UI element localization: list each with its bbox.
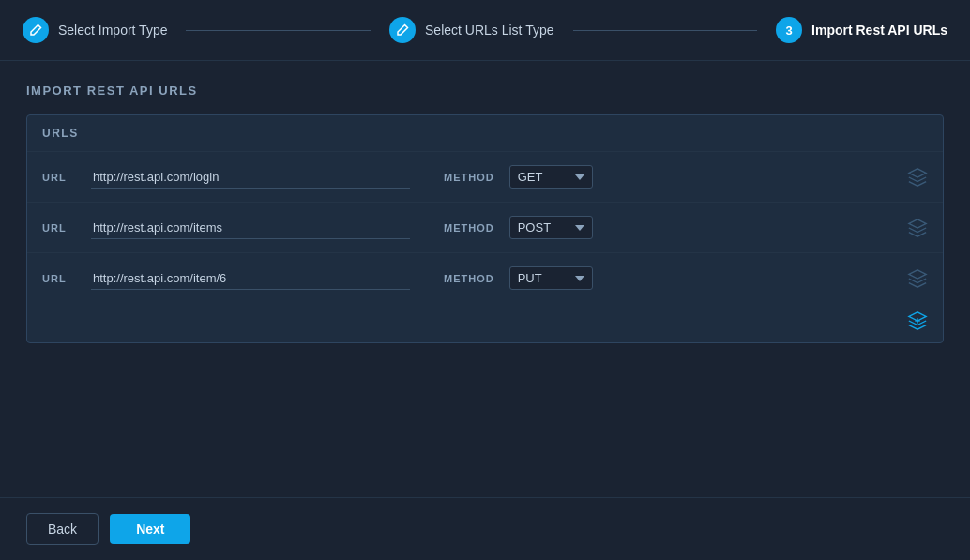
method-label-3: METHOD: [444, 273, 494, 284]
step-connector-1: [186, 30, 371, 31]
step-2: Select URLs List Type: [389, 17, 553, 43]
url-label-2: URL: [42, 222, 76, 234]
delete-row-icon-2[interactable]: [907, 218, 928, 238]
stepper: Select Import Type Select URLs List Type…: [0, 0, 970, 61]
delete-row-icon-1[interactable]: [907, 167, 928, 188]
method-select-3[interactable]: GET POST PUT DELETE PATCH: [509, 266, 593, 290]
url-row-1: URL METHOD GET POST PUT DELETE PATCH: [27, 151, 943, 202]
method-select-1[interactable]: GET POST PUT DELETE PATCH: [509, 165, 593, 189]
url-input-3[interactable]: [91, 267, 410, 290]
step-1: Select Import Type: [23, 17, 167, 43]
url-input-2[interactable]: [91, 217, 410, 239]
url-label-1: URL: [42, 172, 76, 183]
urls-panel-header: URLs: [27, 115, 943, 151]
next-button[interactable]: Next: [110, 514, 190, 544]
url-label-3: URL: [42, 273, 76, 284]
step-connector-2: [573, 30, 758, 31]
step-1-label: Select Import Type: [58, 23, 167, 38]
main-content: Import REST API URLs URLs URL METHOD GET…: [0, 61, 970, 366]
add-row-area: [27, 303, 943, 335]
step-1-icon: [23, 17, 49, 43]
add-url-icon[interactable]: [907, 310, 928, 331]
step-3: 3 Import Rest API URLs: [776, 17, 947, 43]
method-label-1: METHOD: [444, 172, 494, 183]
footer: Back Next: [0, 497, 970, 560]
page-title: Import REST API URLs: [26, 83, 944, 98]
step-3-icon: 3: [776, 17, 802, 43]
back-button[interactable]: Back: [26, 513, 99, 545]
urls-panel: URLs URL METHOD GET POST PUT DELETE PATC…: [26, 114, 944, 343]
delete-row-icon-3[interactable]: [907, 268, 928, 289]
url-row-2: URL METHOD GET POST PUT DELETE PATCH: [27, 202, 943, 252]
step-3-label: Import Rest API URLs: [811, 23, 947, 38]
method-select-2[interactable]: GET POST PUT DELETE PATCH: [509, 216, 593, 239]
step-2-label: Select URLs List Type: [425, 23, 553, 38]
method-label-2: METHOD: [444, 222, 494, 234]
step-2-icon: [389, 17, 416, 43]
url-row-3: URL METHOD GET POST PUT DELETE PATCH: [27, 252, 943, 303]
url-input-1[interactable]: [91, 166, 410, 189]
